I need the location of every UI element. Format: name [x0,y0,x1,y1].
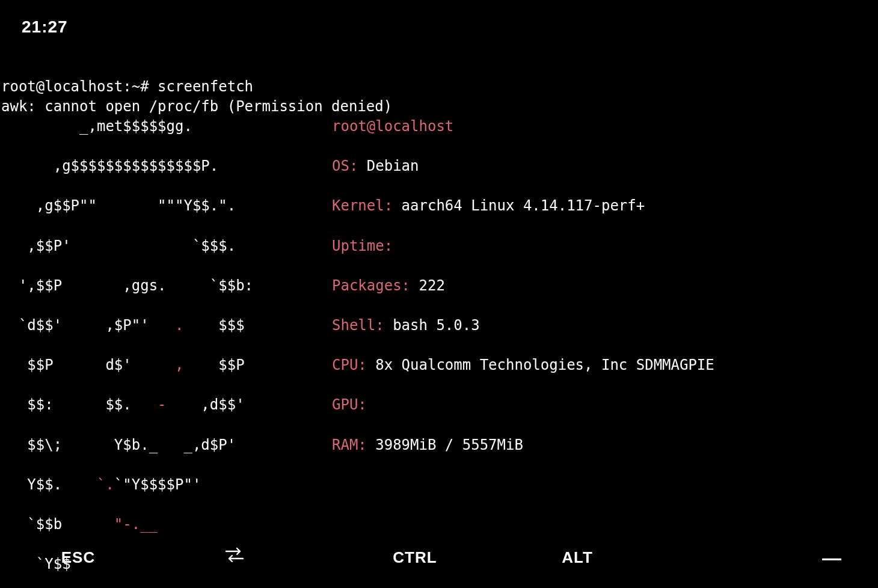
ascii-line-3: ,$$P' `$$$. [1,236,332,256]
info-user: root [332,118,367,135]
label-os: OS: [332,158,367,174]
value-cpu: 8x Qualcomm Technologies, Inc SDMMAGPIE [375,357,714,373]
label-shell: Shell: [332,317,393,334]
label-kernel: Kernel: [332,197,402,214]
status-time: 21:27 [22,17,68,36]
ascii-line-7: $$: $$. - ,d$$' [1,395,332,415]
label-uptime: Uptime: [332,237,402,254]
label-cpu: CPU: [332,357,375,373]
label-packages: Packages: [332,277,419,294]
value-packages: 222 [419,277,445,294]
ascii-line-8: $$\; Y$b._ _,d$P' [1,435,332,455]
value-shell: bash 5.0.3 [393,317,480,334]
ascii-line-5: `d$$' ,$P"' . $$$ [1,316,332,335]
ascii-line-6: $$P d$' , $$P [1,355,332,375]
virtual-key-bar: ESC CTRL ALT — [0,528,878,588]
command-text: screenfetch [158,78,253,95]
prompt-1: root@localhost:~# screenfetch [1,78,253,95]
value-os: Debian [367,158,419,174]
value-ram: 3989MiB / 5557MiB [375,436,523,453]
ctrl-key[interactable]: CTRL [313,547,493,569]
dash-key[interactable]: — [662,545,878,571]
at-sign: @ [367,118,375,135]
tab-key[interactable] [156,547,313,569]
ascii-line-2: ,g$$P"" """Y$$.". [1,196,332,216]
status-bar: 21:27 [0,0,878,39]
info-host: localhost [375,118,453,135]
prompt-text: root@localhost:~# [1,78,158,95]
label-ram: RAM: [332,436,375,453]
ascii-line-0: _,met$$$$$gg. [1,117,332,136]
ascii-line-4: ',$$P ,ggs. `$$b: [1,276,332,296]
ascii-line-1: ,g$$$$$$$$$$$$$$$P. [1,156,332,176]
tab-icon [224,547,245,569]
ascii-line-9: Y$$. `.`"Y$$$$P"' [1,475,332,495]
alt-key[interactable]: ALT [493,547,662,569]
esc-key[interactable]: ESC [0,547,156,569]
value-kernel: aarch64 Linux 4.14.117-perf+ [402,197,645,214]
error-line: awk: cannot open /proc/fb (Permission de… [1,98,392,115]
label-gpu: GPU: [332,396,375,413]
terminal-output[interactable]: root@localhost:~# screenfetch awk: canno… [0,39,878,588]
